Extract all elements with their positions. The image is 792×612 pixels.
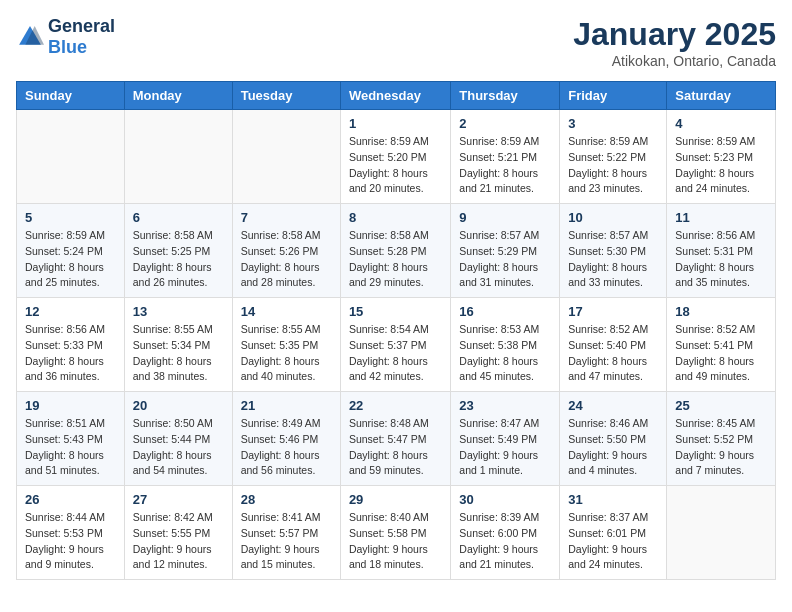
logo-text: General Blue [48,16,115,58]
day-info: Sunrise: 8:56 AM Sunset: 5:31 PM Dayligh… [675,228,767,291]
calendar-cell: 22Sunrise: 8:48 AM Sunset: 5:47 PM Dayli… [340,392,450,486]
calendar-cell: 16Sunrise: 8:53 AM Sunset: 5:38 PM Dayli… [451,298,560,392]
calendar-cell: 10Sunrise: 8:57 AM Sunset: 5:30 PM Dayli… [560,204,667,298]
day-number: 15 [349,304,442,319]
weekday-header: Friday [560,82,667,110]
day-number: 18 [675,304,767,319]
calendar-cell: 21Sunrise: 8:49 AM Sunset: 5:46 PM Dayli… [232,392,340,486]
calendar-cell: 26Sunrise: 8:44 AM Sunset: 5:53 PM Dayli… [17,486,125,580]
calendar-cell: 14Sunrise: 8:55 AM Sunset: 5:35 PM Dayli… [232,298,340,392]
calendar-week-row: 1Sunrise: 8:59 AM Sunset: 5:20 PM Daylig… [17,110,776,204]
day-info: Sunrise: 8:58 AM Sunset: 5:25 PM Dayligh… [133,228,224,291]
calendar-cell: 12Sunrise: 8:56 AM Sunset: 5:33 PM Dayli… [17,298,125,392]
location-subtitle: Atikokan, Ontario, Canada [573,53,776,69]
day-number: 16 [459,304,551,319]
day-info: Sunrise: 8:57 AM Sunset: 5:30 PM Dayligh… [568,228,658,291]
calendar-cell: 30Sunrise: 8:39 AM Sunset: 6:00 PM Dayli… [451,486,560,580]
calendar-cell: 2Sunrise: 8:59 AM Sunset: 5:21 PM Daylig… [451,110,560,204]
day-info: Sunrise: 8:53 AM Sunset: 5:38 PM Dayligh… [459,322,551,385]
day-number: 8 [349,210,442,225]
day-info: Sunrise: 8:52 AM Sunset: 5:40 PM Dayligh… [568,322,658,385]
day-info: Sunrise: 8:57 AM Sunset: 5:29 PM Dayligh… [459,228,551,291]
calendar-cell: 28Sunrise: 8:41 AM Sunset: 5:57 PM Dayli… [232,486,340,580]
day-info: Sunrise: 8:56 AM Sunset: 5:33 PM Dayligh… [25,322,116,385]
calendar-cell: 9Sunrise: 8:57 AM Sunset: 5:29 PM Daylig… [451,204,560,298]
calendar-cell: 27Sunrise: 8:42 AM Sunset: 5:55 PM Dayli… [124,486,232,580]
calendar-cell: 11Sunrise: 8:56 AM Sunset: 5:31 PM Dayli… [667,204,776,298]
calendar-cell: 25Sunrise: 8:45 AM Sunset: 5:52 PM Dayli… [667,392,776,486]
day-number: 24 [568,398,658,413]
day-info: Sunrise: 8:58 AM Sunset: 5:28 PM Dayligh… [349,228,442,291]
day-number: 11 [675,210,767,225]
day-number: 27 [133,492,224,507]
day-number: 7 [241,210,332,225]
calendar-table: SundayMondayTuesdayWednesdayThursdayFrid… [16,81,776,580]
day-info: Sunrise: 8:48 AM Sunset: 5:47 PM Dayligh… [349,416,442,479]
day-info: Sunrise: 8:40 AM Sunset: 5:58 PM Dayligh… [349,510,442,573]
day-number: 3 [568,116,658,131]
day-number: 12 [25,304,116,319]
day-number: 20 [133,398,224,413]
day-info: Sunrise: 8:55 AM Sunset: 5:35 PM Dayligh… [241,322,332,385]
weekday-header: Tuesday [232,82,340,110]
day-info: Sunrise: 8:59 AM Sunset: 5:23 PM Dayligh… [675,134,767,197]
calendar-week-row: 5Sunrise: 8:59 AM Sunset: 5:24 PM Daylig… [17,204,776,298]
day-info: Sunrise: 8:44 AM Sunset: 5:53 PM Dayligh… [25,510,116,573]
calendar-cell [124,110,232,204]
day-info: Sunrise: 8:47 AM Sunset: 5:49 PM Dayligh… [459,416,551,479]
day-info: Sunrise: 8:54 AM Sunset: 5:37 PM Dayligh… [349,322,442,385]
calendar-cell [17,110,125,204]
day-number: 13 [133,304,224,319]
day-number: 10 [568,210,658,225]
day-number: 17 [568,304,658,319]
day-number: 2 [459,116,551,131]
day-info: Sunrise: 8:59 AM Sunset: 5:24 PM Dayligh… [25,228,116,291]
day-info: Sunrise: 8:42 AM Sunset: 5:55 PM Dayligh… [133,510,224,573]
calendar-cell [232,110,340,204]
calendar-cell: 18Sunrise: 8:52 AM Sunset: 5:41 PM Dayli… [667,298,776,392]
day-number: 25 [675,398,767,413]
day-info: Sunrise: 8:59 AM Sunset: 5:22 PM Dayligh… [568,134,658,197]
calendar-cell [667,486,776,580]
calendar-week-row: 26Sunrise: 8:44 AM Sunset: 5:53 PM Dayli… [17,486,776,580]
day-info: Sunrise: 8:46 AM Sunset: 5:50 PM Dayligh… [568,416,658,479]
logo-blue: Blue [48,37,87,57]
weekday-header: Sunday [17,82,125,110]
calendar-cell: 8Sunrise: 8:58 AM Sunset: 5:28 PM Daylig… [340,204,450,298]
calendar-cell: 4Sunrise: 8:59 AM Sunset: 5:23 PM Daylig… [667,110,776,204]
weekday-header: Monday [124,82,232,110]
day-info: Sunrise: 8:39 AM Sunset: 6:00 PM Dayligh… [459,510,551,573]
weekday-header-row: SundayMondayTuesdayWednesdayThursdayFrid… [17,82,776,110]
month-title: January 2025 [573,16,776,53]
day-number: 29 [349,492,442,507]
day-number: 22 [349,398,442,413]
day-number: 9 [459,210,551,225]
day-number: 30 [459,492,551,507]
calendar-week-row: 12Sunrise: 8:56 AM Sunset: 5:33 PM Dayli… [17,298,776,392]
calendar-cell: 23Sunrise: 8:47 AM Sunset: 5:49 PM Dayli… [451,392,560,486]
day-info: Sunrise: 8:51 AM Sunset: 5:43 PM Dayligh… [25,416,116,479]
day-info: Sunrise: 8:50 AM Sunset: 5:44 PM Dayligh… [133,416,224,479]
calendar-cell: 20Sunrise: 8:50 AM Sunset: 5:44 PM Dayli… [124,392,232,486]
day-info: Sunrise: 8:58 AM Sunset: 5:26 PM Dayligh… [241,228,332,291]
day-info: Sunrise: 8:49 AM Sunset: 5:46 PM Dayligh… [241,416,332,479]
weekday-header: Saturday [667,82,776,110]
calendar-cell: 7Sunrise: 8:58 AM Sunset: 5:26 PM Daylig… [232,204,340,298]
calendar-cell: 6Sunrise: 8:58 AM Sunset: 5:25 PM Daylig… [124,204,232,298]
calendar-cell: 15Sunrise: 8:54 AM Sunset: 5:37 PM Dayli… [340,298,450,392]
day-info: Sunrise: 8:55 AM Sunset: 5:34 PM Dayligh… [133,322,224,385]
day-number: 6 [133,210,224,225]
day-info: Sunrise: 8:45 AM Sunset: 5:52 PM Dayligh… [675,416,767,479]
calendar-week-row: 19Sunrise: 8:51 AM Sunset: 5:43 PM Dayli… [17,392,776,486]
logo: General Blue [16,16,115,58]
logo-general: General [48,16,115,36]
calendar-cell: 13Sunrise: 8:55 AM Sunset: 5:34 PM Dayli… [124,298,232,392]
day-info: Sunrise: 8:52 AM Sunset: 5:41 PM Dayligh… [675,322,767,385]
page-header: General Blue January 2025 Atikokan, Onta… [16,16,776,69]
day-number: 14 [241,304,332,319]
day-info: Sunrise: 8:59 AM Sunset: 5:20 PM Dayligh… [349,134,442,197]
calendar-cell: 19Sunrise: 8:51 AM Sunset: 5:43 PM Dayli… [17,392,125,486]
day-number: 21 [241,398,332,413]
day-number: 5 [25,210,116,225]
title-block: January 2025 Atikokan, Ontario, Canada [573,16,776,69]
